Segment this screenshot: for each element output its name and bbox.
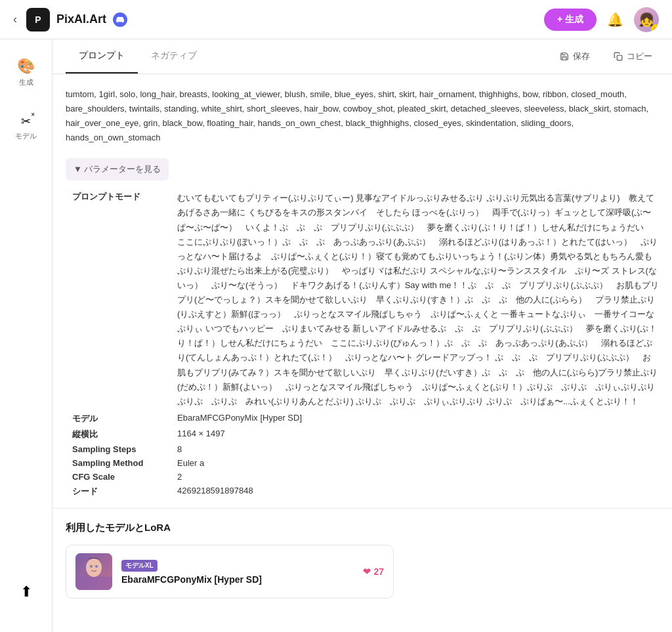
app-body: 🎨 生成 ✂ × モデル ⬆ プロンプト ネガティブ: [0, 39, 672, 632]
param-row-seed: シード 4269218591897848: [72, 486, 659, 497]
header-left: ‹ P PixAI.Art: [13, 8, 127, 32]
model-badge: モデルXL: [121, 560, 158, 572]
avatar[interactable]: 👧 👑: [634, 7, 659, 32]
param-row-prompt-mode: プロンプトモード むいてもむいてもプリティー(ぷりぷりてぃー) 見事なアイドルっ…: [72, 191, 659, 408]
param-row-sampling-steps: Sampling Steps 8: [72, 444, 659, 454]
crown-badge: 👑: [651, 24, 659, 32]
param-row-cfg-scale: CFG Scale 2: [72, 472, 659, 482]
svg-point-2: [86, 558, 102, 577]
param-row-model: モデル EbaraMFCGPonyMix [Hyper SD]: [72, 413, 659, 425]
models-section: 利用したモデルとLoRA: [52, 508, 672, 612]
model-info: モデルXL EbaraMFCGPonyMix [Hyper SD]: [121, 558, 354, 585]
logo-text: PixAI.Art: [56, 12, 106, 26]
tabs: プロンプト ネガティブ: [66, 39, 210, 74]
upload-icon: ⬆: [20, 583, 32, 600]
tab-prompt[interactable]: プロンプト: [66, 39, 138, 74]
param-row-aspect: 縦横比 1164 × 1497: [72, 429, 659, 440]
svg-point-3: [90, 565, 93, 568]
model-likes: ❤ 27: [363, 566, 384, 577]
copy-icon: [614, 52, 623, 61]
svg-rect-5: [75, 577, 112, 590]
tab-negative[interactable]: ネガティブ: [138, 39, 210, 74]
tabs-row: プロンプト ネガティブ 保存 コピー: [52, 39, 672, 74]
sidebar-bottom: ⬆: [15, 578, 37, 606]
param-row-sampling-method: Sampling Method Euler a: [72, 458, 659, 468]
main-content: プロンプト ネガティブ 保存 コピー tumtom, 1girl, solo, …: [52, 39, 672, 632]
sidebar-item-generate[interactable]: 🎨 生成: [12, 53, 40, 93]
parameters-section: ▼ パラメーターを見る プロンプトモード むいてもむいてもプリティー(ぷりぷりて…: [52, 152, 672, 507]
params-toggle[interactable]: ▼ パラメーターを見る: [66, 158, 169, 180]
params-table: プロンプトモード むいてもむいてもプリティー(ぷりぷりてぃー) 見事なアイドルっ…: [66, 191, 659, 497]
model-name: EbaraMFCGPonyMix [Hyper SD]: [121, 574, 354, 585]
header: ‹ P PixAI.Art + 生成 🔔 👧 👑: [0, 0, 672, 39]
model-card[interactable]: モデルXL EbaraMFCGPonyMix [Hyper SD] ❤ 27: [66, 545, 394, 599]
prompt-text: tumtom, 1girl, solo, long_hair, breasts,…: [66, 87, 659, 145]
notification-bell-icon[interactable]: 🔔: [607, 12, 623, 28]
save-button[interactable]: 保存: [553, 47, 597, 66]
sidebar-item-model[interactable]: ✂ × モデル: [10, 108, 42, 146]
model-icon: ✂ ×: [21, 114, 31, 129]
tab-actions: 保存 コピー: [553, 47, 659, 66]
logo-letter: P: [35, 14, 41, 25]
models-title: 利用したモデルとLoRA: [66, 522, 659, 534]
model-thumbnail: [75, 553, 112, 590]
likes-count: 27: [373, 566, 384, 577]
logo-box: P: [26, 8, 50, 32]
generate-button[interactable]: + 生成: [544, 9, 597, 31]
save-icon: [560, 52, 569, 61]
svg-rect-0: [617, 55, 622, 60]
heart-icon: ❤: [363, 566, 371, 577]
prompt-section: tumtom, 1girl, solo, long_hair, breasts,…: [52, 74, 672, 152]
palette-icon: 🎨: [17, 58, 35, 75]
sidebar-item-upload[interactable]: ⬆: [15, 578, 37, 606]
discord-badge: [113, 12, 127, 27]
copy-button[interactable]: コピー: [607, 47, 659, 66]
sidebar: 🎨 生成 ✂ × モデル ⬆: [0, 39, 52, 632]
back-arrow[interactable]: ‹: [13, 12, 17, 26]
header-right: + 生成 🔔 👧 👑: [544, 7, 659, 32]
svg-point-4: [95, 565, 98, 568]
